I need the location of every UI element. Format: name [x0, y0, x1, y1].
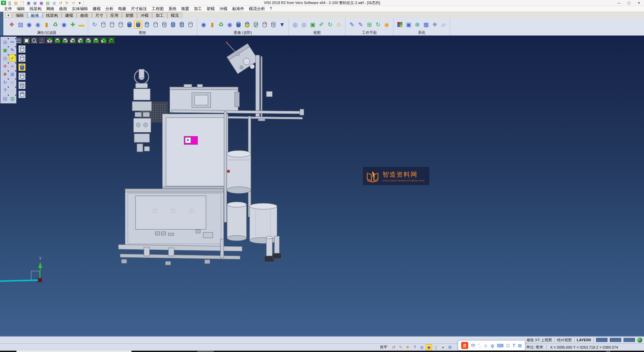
save-as-icon[interactable]: ▣ [32, 0, 38, 5]
visibility-add-icon[interactable]: ◉ [25, 20, 33, 29]
view-back-icon[interactable] [85, 37, 92, 44]
copy-display-icon[interactable] [178, 20, 186, 29]
workplane-origin-icon[interactable]: ◉ [383, 20, 391, 29]
status-ok-icon[interactable]: ● [440, 344, 446, 350]
strip-ghost-icon[interactable] [18, 73, 25, 80]
menu-item[interactable]: 建模 [90, 6, 103, 12]
shaded-display-icon[interactable] [125, 20, 133, 29]
solids-icon[interactable]: ◇ [9, 79, 16, 86]
edit-display-icon[interactable] [169, 20, 177, 29]
grid-settings-icon[interactable]: ▦ [422, 20, 430, 29]
strip-shaded-icon[interactable] [18, 63, 25, 71]
strip-hidden-icon[interactable] [18, 54, 25, 62]
ribbon-tab[interactable]: 线架构 [43, 12, 61, 18]
ribbon-tab[interactable]: 应用 [107, 12, 122, 18]
orient-axes-icon[interactable] [38, 37, 46, 44]
refresh-tool-icon[interactable]: ↻ [2, 79, 8, 86]
hide-all-icon[interactable]: ▬ [77, 20, 86, 29]
redo-icon[interactable]: ↻ [64, 0, 70, 5]
status-grid-icon[interactable]: ⊞ [447, 344, 453, 350]
preview-image-icon[interactable]: ▨ [16, 20, 24, 29]
fit-view-icon[interactable] [23, 37, 30, 44]
adv-cone-icon[interactable]: ▼ [278, 20, 286, 29]
status-page-icon[interactable]: ▯ [433, 344, 439, 350]
sketch-spline-icon[interactable]: ≈ [9, 62, 16, 70]
menu-item[interactable]: 标准件 [230, 6, 247, 12]
layers-tool-icon[interactable]: ▤ [2, 95, 8, 102]
open-file-icon[interactable]: ▨ [13, 0, 19, 5]
menu-item[interactable]: 曲面 [57, 6, 69, 12]
menu-item[interactable]: 系统 [166, 6, 179, 12]
visi-logo[interactable]: V [1, 1, 6, 5]
adv-traffic-light-icon[interactable]: ▮ [208, 20, 216, 29]
sketch-arc-icon[interactable]: ✎ [9, 46, 16, 53]
ribbon-tab[interactable]: 编辑 [12, 12, 27, 18]
open-project-icon[interactable]: ❒ [19, 0, 25, 5]
workplane-status[interactable]: 修改 XY 上视图 [527, 338, 552, 343]
measure-width-icon[interactable]: ↔ [9, 87, 16, 94]
workplane-align-icon[interactable]: ⊞ [365, 20, 373, 29]
ribbon-tab[interactable]: 曲面 [77, 12, 92, 18]
hidden-line-display-icon[interactable] [108, 20, 116, 29]
visibility-toggle-icon[interactable]: ◉ [60, 20, 68, 29]
monitor-icon[interactable]: ▣ [405, 20, 413, 29]
print-icon[interactable]: ▤ [45, 0, 51, 5]
dashed-display-icon[interactable] [117, 20, 125, 29]
status-help-icon[interactable]: ? [412, 344, 418, 350]
menu-item[interactable]: 电极 [116, 6, 128, 12]
ribbon-tab[interactable]: 冲模 [137, 12, 152, 18]
ribbon-tab[interactable]: 尺寸 [92, 12, 107, 18]
adv-verify-icon[interactable] [252, 20, 260, 29]
workplane-create-icon[interactable]: ✎ [348, 20, 356, 29]
menu-item[interactable]: 视窗 [179, 6, 192, 12]
attributes-icon[interactable]: ❖ [2, 71, 8, 78]
plot-tool-icon[interactable]: ▥ [9, 95, 16, 102]
view-refresh-icon[interactable]: ↻ [326, 20, 334, 29]
show-all-icon[interactable]: ✚ [69, 20, 77, 29]
graphics-viewport[interactable]: ◎✂▣✎◎✔✛≈❖⊞↻◇?↔▤▥ 智造资料网 INTELLIGENT MANUF… [0, 36, 644, 336]
view-iso-front-icon[interactable] [92, 37, 100, 44]
erase-tool-icon[interactable]: ✂ [9, 38, 16, 45]
help-tool-icon[interactable]: ? [2, 87, 8, 94]
confirm-icon[interactable]: ✔ [9, 54, 16, 61]
save-all-icon[interactable]: ▣ [39, 0, 44, 5]
ribbon-tab[interactable]: 建模 [62, 12, 76, 18]
menu-item[interactable]: 尺寸标注 [128, 6, 149, 12]
visibility-remove-icon[interactable]: ◉ [34, 20, 42, 29]
menu-item[interactable]: 分析 [103, 6, 116, 12]
purge-display-icon[interactable] [186, 20, 195, 29]
menu-item[interactable]: ? [267, 6, 274, 11]
ime-punct-icon[interactable]: ’, [478, 343, 481, 348]
zoom-extents-icon[interactable]: ▣ [309, 20, 317, 29]
zoom-window-icon[interactable]: ◎ [300, 20, 308, 29]
plane-settings-icon[interactable]: ▱ [439, 20, 447, 29]
hatched-display-icon[interactable] [160, 20, 168, 29]
ribbon-tab[interactable]: 标准 [28, 12, 42, 18]
ribbon-tab[interactable]: 塑膜 [122, 12, 137, 18]
view-target-icon[interactable]: ☺ [335, 20, 343, 29]
ribbon-tab[interactable]: 加工 [152, 12, 167, 18]
menu-item[interactable]: 冲模 [217, 6, 230, 12]
history-icon[interactable]: ↺ [70, 0, 76, 5]
taskbar-window-button[interactable] [16, 351, 131, 352]
ime-keyboard-icon[interactable]: ⌨ [497, 343, 503, 348]
strip-hatched-icon[interactable] [18, 82, 25, 89]
tab-dropdown-button[interactable]: ▼ [5, 13, 11, 18]
traffic-light-icon[interactable]: ▮ [43, 20, 51, 29]
visibility-refresh-icon[interactable]: ♻ [51, 20, 59, 29]
transparent-display-icon[interactable] [143, 20, 151, 29]
regenerate-icon[interactable]: ↻ [91, 20, 99, 29]
ime-toolbox-icon[interactable]: ⊞ [518, 343, 522, 348]
strip-wireframe-icon[interactable] [18, 45, 25, 53]
status-edit-icon[interactable]: ✎ [397, 344, 404, 350]
new-file-icon[interactable]: ▯ [7, 0, 12, 5]
quickbar-dropdown[interactable]: ▾ [77, 0, 83, 5]
view-left-icon[interactable] [61, 37, 69, 44]
ime-mode-icon[interactable]: 中 [471, 343, 476, 348]
sogou-logo[interactable]: S [461, 342, 468, 349]
workplane-edit-icon[interactable]: ✎ [357, 20, 365, 29]
menu-item[interactable]: 网格 [44, 6, 57, 12]
adv-highlight-icon[interactable] [243, 20, 251, 29]
attributes-brush-icon[interactable]: ❖ [8, 20, 16, 29]
adv-toggle-icon[interactable]: ◉ [226, 20, 234, 29]
